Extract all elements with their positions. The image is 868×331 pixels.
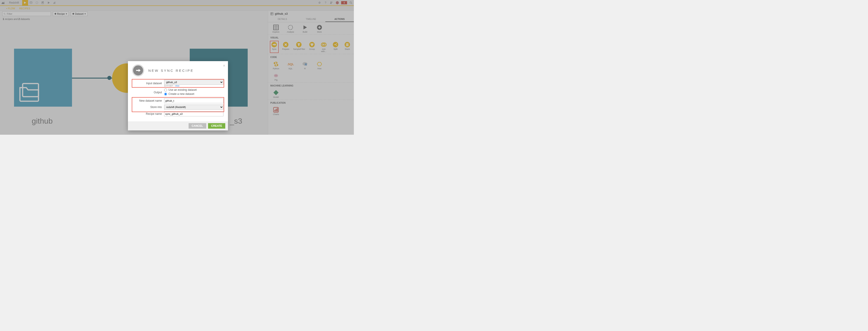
view-link[interactable]: View <box>175 85 179 87</box>
recipe-name-label: Recipe name <box>132 112 164 116</box>
new-dataset-name-label: New dataset name <box>132 99 164 102</box>
radio-existing[interactable]: Use an existing dataset <box>164 88 223 91</box>
store-into-select[interactable]: redshift (Redshift) <box>164 104 223 110</box>
new-sync-recipe-modal: × NEW SYNC RECIPE Input dataset github_s… <box>128 61 228 130</box>
create-button[interactable]: CREATE <box>208 123 225 129</box>
input-dataset-row: Input dataset github_s3 DATASET - View <box>132 80 223 87</box>
input-dataset-sublabel: DATASET - View <box>164 85 223 87</box>
modal-title: NEW SYNC RECIPE <box>148 69 194 72</box>
cancel-button[interactable]: CANCEL <box>189 123 206 129</box>
new-dataset-name-input[interactable] <box>164 98 223 103</box>
recipe-name-input[interactable] <box>164 111 223 116</box>
output-label: Output <box>132 91 164 94</box>
sync-icon <box>132 64 144 77</box>
radio-create[interactable]: Create a new dataset <box>164 92 223 95</box>
close-icon[interactable]: × <box>223 63 225 68</box>
input-dataset-label: Input dataset <box>132 82 164 85</box>
store-into-label: Store into <box>132 106 164 109</box>
input-dataset-select[interactable]: github_s3 <box>164 80 223 85</box>
